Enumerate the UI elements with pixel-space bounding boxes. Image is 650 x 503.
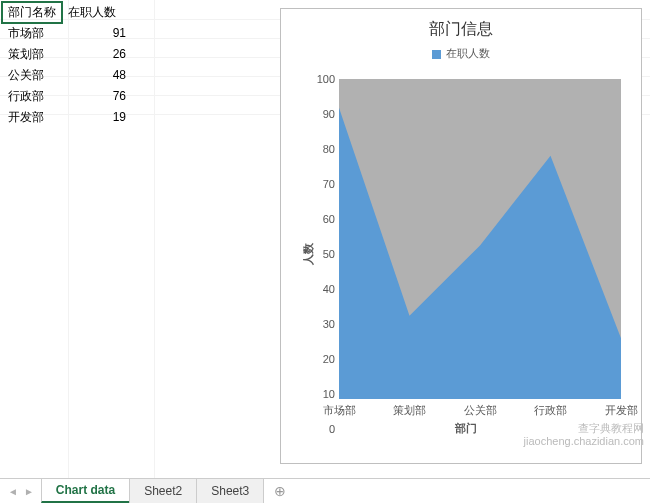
legend-swatch-icon — [432, 50, 441, 59]
x-tick: 策划部 — [393, 403, 426, 418]
tab-nav-first-icon[interactable]: ◄ — [6, 486, 20, 497]
area-series — [339, 79, 621, 399]
chart-title: 部门信息 — [281, 19, 641, 40]
table-row: 市场部 91 — [2, 23, 132, 44]
new-sheet-button[interactable]: ⊕ — [264, 483, 296, 499]
watermark: 查字典教程网 jiaocheng.chazidian.com — [524, 422, 644, 448]
legend-text: 在职人数 — [446, 47, 490, 59]
y-tick: 70 — [305, 178, 335, 190]
chart-legend: 在职人数 — [281, 46, 641, 61]
sheet-tabs: Chart data Sheet2 Sheet3 — [42, 479, 264, 503]
y-tick: 100 — [305, 73, 335, 85]
table-row: 行政部 76 — [2, 86, 132, 107]
y-tick: 20 — [305, 353, 335, 365]
tab-sheet3[interactable]: Sheet3 — [196, 479, 264, 503]
header-dept[interactable]: 部门名称 — [2, 2, 62, 23]
chart-object[interactable]: 部门信息 在职人数 人数 100 90 80 70 60 50 40 30 20… — [280, 8, 642, 464]
table-row: 策划部 26 — [2, 44, 132, 65]
x-tick: 行政部 — [534, 403, 567, 418]
plot-area — [339, 79, 621, 399]
header-count[interactable]: 在职人数 — [62, 2, 132, 23]
tab-nav-last-icon[interactable]: ► — [22, 486, 36, 497]
cell-count[interactable]: 76 — [62, 86, 132, 107]
cell-count[interactable]: 91 — [62, 23, 132, 44]
y-tick: 10 — [305, 388, 335, 400]
cell-count[interactable]: 48 — [62, 65, 132, 86]
worksheet-area[interactable]: 部门名称 在职人数 市场部 91 策划部 26 公关部 48 行政部 76 开发… — [0, 0, 650, 478]
cell-count[interactable]: 26 — [62, 44, 132, 65]
tab-sheet2[interactable]: Sheet2 — [129, 479, 197, 503]
cell-dept[interactable]: 开发部 — [2, 107, 62, 128]
y-tick: 80 — [305, 143, 335, 155]
y-tick: 50 — [305, 248, 335, 260]
cell-dept[interactable]: 行政部 — [2, 86, 62, 107]
data-table[interactable]: 部门名称 在职人数 市场部 91 策划部 26 公关部 48 行政部 76 开发… — [2, 2, 132, 128]
y-tick: 90 — [305, 108, 335, 120]
tab-chart-data[interactable]: Chart data — [41, 479, 130, 503]
tab-nav: ◄ ► — [0, 486, 42, 497]
x-tick: 公关部 — [464, 403, 497, 418]
x-tick: 开发部 — [605, 403, 638, 418]
svg-marker-0 — [339, 108, 621, 399]
x-tick: 市场部 — [323, 403, 356, 418]
cell-count[interactable]: 19 — [62, 107, 132, 128]
y-tick: 30 — [305, 318, 335, 330]
y-tick: 60 — [305, 213, 335, 225]
table-row: 开发部 19 — [2, 107, 132, 128]
sheet-tab-strip[interactable]: ◄ ► Chart data Sheet2 Sheet3 ⊕ — [0, 478, 650, 503]
y-tick: 40 — [305, 283, 335, 295]
plot-wrap: 人数 100 90 80 70 60 50 40 30 20 10 0 市场部 … — [301, 79, 631, 429]
cell-dept[interactable]: 公关部 — [2, 65, 62, 86]
cell-dept[interactable]: 策划部 — [2, 44, 62, 65]
cell-dept[interactable]: 市场部 — [2, 23, 62, 44]
table-row: 公关部 48 — [2, 65, 132, 86]
